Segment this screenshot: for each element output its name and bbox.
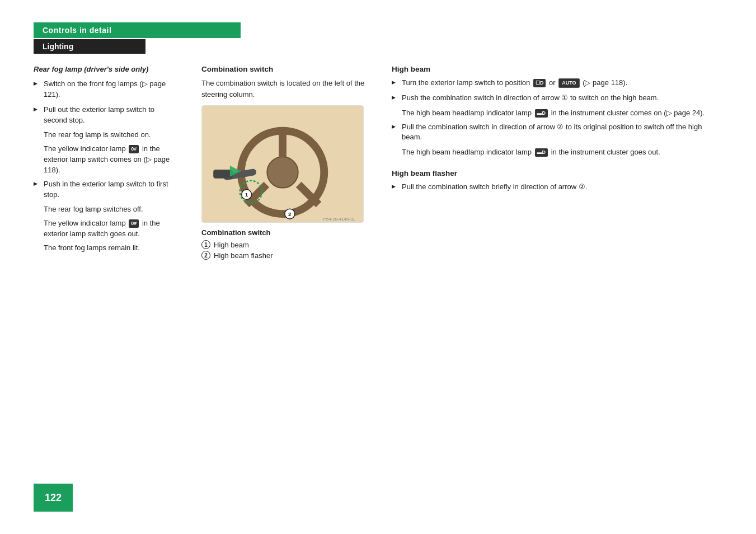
position-icon-1: ☐D: [533, 79, 546, 87]
hb-icon-2: ▬D: [535, 148, 548, 157]
page-number-block: 122: [34, 484, 73, 512]
yellow-indicator-1: The yellow indicator lamp 0# in the exte…: [44, 144, 179, 176]
high-beam-title: High beam: [392, 65, 722, 73]
combo-switch-image: 1 2 P54-28-4146-31: [201, 105, 364, 223]
rear-fog-off: The rear fog lamp switches off.: [44, 204, 179, 215]
lamp-icon-2: 0#: [129, 219, 139, 228]
list-item: Push in the exterior lamp switch to firs…: [34, 179, 179, 200]
item-2-label: High beam flasher: [214, 251, 273, 260]
svg-text:P54-28-4146-31: P54-28-4146-31: [323, 217, 356, 222]
high-beam-indicator-off: The high beam headlamp indicator lamp ▬D…: [402, 147, 722, 158]
high-beam-flasher-section: High beam flasher Pull the combination s…: [392, 169, 722, 193]
list-item: Push the combination switch in direction…: [392, 93, 722, 104]
front-fog-remain: The front fog lamps remain lit.: [44, 243, 179, 254]
list-item: Pull the combination switch briefly in d…: [392, 182, 722, 193]
svg-point-2: [267, 157, 298, 188]
svg-rect-7: [213, 170, 233, 179]
hb-icon-1: ▬D: [535, 109, 548, 118]
rear-fog-on: The rear fog lamp is switched on.: [44, 130, 179, 140]
col-middle: Combination switch The combination switc…: [201, 65, 369, 261]
col-left: Rear fog lamp (driver's side only) Switc…: [34, 65, 179, 257]
list-item-1: 1 High beam: [201, 240, 369, 249]
high-beam-sub-1: The high beam headlamp indicator lamp ▬D…: [392, 108, 722, 119]
high-beam-sub-2: The high beam headlamp indicator lamp ▬D…: [392, 147, 722, 158]
high-beam-bullet-list-2: Pull the combination switch in direction…: [392, 122, 722, 143]
flasher-bullet-list: Pull the combination switch briefly in d…: [392, 182, 722, 193]
auto-icon: AUTO: [558, 78, 579, 88]
yellow-indicator-2: The yellow indicator lamp 0# in the exte…: [44, 218, 179, 240]
combo-switch-svg: 1 2 P54-28-4146-31: [202, 106, 363, 222]
svg-text:2: 2: [288, 211, 292, 217]
combo-caption: Combination switch: [201, 228, 369, 237]
combo-numbered-list: 1 High beam 2 High beam flasher: [201, 240, 369, 260]
list-item: Turn the exterior lamp switch to positio…: [392, 78, 722, 88]
combo-intro: The combination switch is located on the…: [201, 78, 369, 100]
list-item-2: 2 High beam flasher: [201, 251, 369, 260]
high-beam-section: High beam Turn the exterior lamp switch …: [392, 65, 722, 158]
lighting-bar: Lighting: [34, 39, 145, 54]
columns: Rear fog lamp (driver's side only) Switc…: [34, 65, 722, 261]
item-1-label: High beam: [214, 241, 249, 249]
num-2: 2: [201, 251, 210, 260]
lamp-icon-1: 0#: [129, 145, 139, 153]
page-number: 122: [45, 492, 62, 504]
left-bullet-list: Switch on the front fog lamps (▷ page 12…: [34, 79, 179, 125]
flasher-title: High beam flasher: [392, 169, 722, 177]
list-item: Pull the combination switch in direction…: [392, 122, 722, 143]
header-section: Controls in detail Lighting: [34, 22, 722, 54]
left-bullet-list-2: Push in the exterior lamp switch to firs…: [34, 179, 179, 200]
list-item: Pull out the exterior lamp switch to sec…: [34, 105, 179, 126]
sub-text-1: The rear fog lamp is switched on. The ye…: [34, 130, 179, 175]
list-item: Switch on the front fog lamps (▷ page 12…: [34, 79, 179, 100]
rear-fog-title: Rear fog lamp (driver's side only): [34, 65, 179, 73]
high-beam-bullet-list: Turn the exterior lamp switch to positio…: [392, 78, 722, 104]
svg-text:1: 1: [245, 191, 248, 198]
col-right: High beam Turn the exterior lamp switch …: [392, 65, 722, 197]
combo-switch-title: Combination switch: [201, 65, 369, 73]
page-container: Controls in detail Lighting Rear fog lam…: [0, 0, 756, 534]
num-1: 1: [201, 240, 210, 249]
sub-text-2: The rear fog lamp switches off. The yell…: [34, 204, 179, 253]
high-beam-indicator-on: The high beam headlamp indicator lamp ▬D…: [402, 108, 722, 119]
controls-in-detail-bar: Controls in detail: [34, 22, 241, 38]
